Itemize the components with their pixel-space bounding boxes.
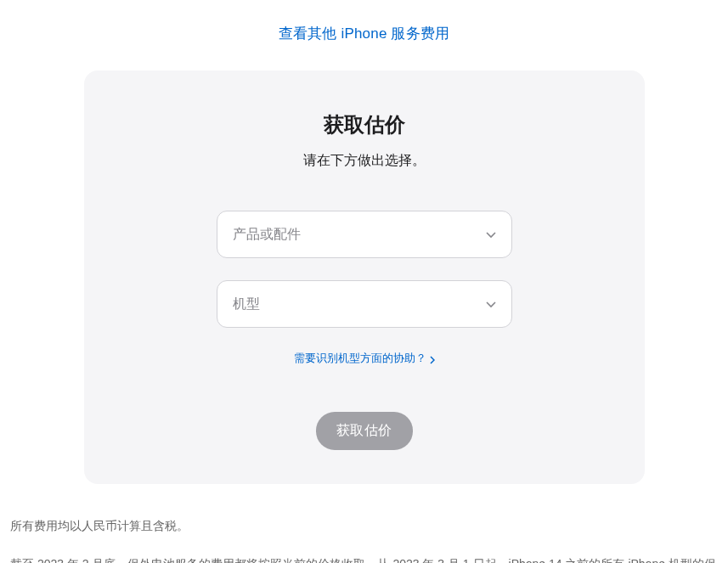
top-link-container: 查看其他 iPhone 服务费用	[0, 0, 728, 60]
footer-line2-part1: 截至 2023 年 2 月底，保外电池服务的费用都将按照当前的价格收取。从 20…	[10, 557, 716, 563]
product-select[interactable]: 产品或配件	[217, 211, 512, 258]
identify-model-help-link[interactable]: 需要识别机型方面的协助？	[294, 351, 435, 366]
estimate-card: 获取估价 请在下方做出选择。 产品或配件 机型 需要识别机型方面的协助？ 获取估…	[84, 70, 645, 484]
get-estimate-button[interactable]: 获取估价	[316, 412, 413, 450]
submit-row: 获取估价	[118, 412, 611, 450]
footer-price-change-note: 截至 2023 年 2 月底，保外电池服务的费用都将按照当前的价格收取。从 20…	[10, 553, 718, 563]
view-other-fees-link[interactable]: 查看其他 iPhone 服务费用	[279, 25, 450, 42]
card-title: 获取估价	[118, 111, 611, 138]
product-select-wrap: 产品或配件	[217, 211, 512, 258]
model-select-wrap: 机型	[217, 280, 512, 328]
card-subtitle: 请在下方做出选择。	[118, 152, 611, 170]
footer-notes: 所有费用均以人民币计算且含税。 截至 2023 年 2 月底，保外电池服务的费用…	[0, 504, 728, 563]
footer-tax-note: 所有费用均以人民币计算且含税。	[10, 515, 718, 538]
help-link-label: 需要识别机型方面的协助？	[294, 351, 426, 366]
model-select[interactable]: 机型	[217, 280, 512, 328]
chevron-right-icon	[430, 354, 435, 363]
